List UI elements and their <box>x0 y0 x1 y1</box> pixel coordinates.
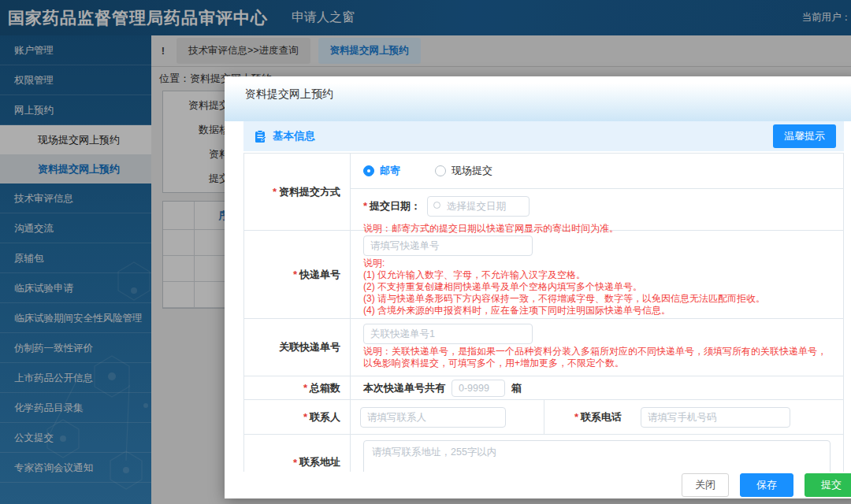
app-window: 国家药品监督管理局药品审评中心 申请人之窗 当前用户：80 账户管理 权限管理 … <box>0 0 851 504</box>
contact-address-input[interactable] <box>363 440 831 472</box>
warm-tip-button[interactable]: 温馨提示 <box>773 124 836 148</box>
submit-button[interactable]: 提交 <box>805 473 851 497</box>
radio-onsite[interactable]: 现场提交 <box>435 164 492 178</box>
boxes-suffix: 箱 <box>511 381 522 395</box>
contact-phone-input[interactable] <box>641 407 790 428</box>
field-label-submit-date: *提交日期： <box>363 199 421 213</box>
radio-selected-icon <box>363 165 374 176</box>
field-label-tracking-number: * 快递单号 <box>244 231 351 318</box>
save-button[interactable]: 保存 <box>740 473 793 497</box>
field-label-contact: * 联系人 <box>244 400 351 434</box>
clipboard-icon <box>255 130 266 143</box>
section-title: 基本信息 <box>273 129 315 143</box>
field-label-phone: * 联系电话 <box>544 400 631 434</box>
radio-mail[interactable]: 邮寄 <box>363 164 400 178</box>
tracking-number-notes: 说明: (1) 仅允许输入数字、字母，不允许输入汉字及空格。 (2) 不支持重复… <box>351 256 843 321</box>
boxes-prefix: 本次快递单号共有 <box>363 381 445 395</box>
total-boxes-input[interactable] <box>452 380 505 397</box>
form-area: * 资料提交方式 邮寄 现场提交 <box>243 153 844 472</box>
contact-name-input[interactable] <box>360 407 506 428</box>
field-label-submit-method: * 资料提交方式 <box>244 154 351 230</box>
dialog-title: 资料提交网上预约 <box>225 76 851 121</box>
close-button[interactable]: 关闭 <box>682 473 729 497</box>
dialog-body: 基本信息 温馨提示 * 资料提交方式 <box>225 121 851 472</box>
submit-date-input[interactable] <box>427 196 530 217</box>
tracking-number-input[interactable] <box>363 235 533 256</box>
field-label-address: * 联系地址 <box>244 435 351 472</box>
dialog-footer: 关闭 保存 提交 <box>225 472 851 498</box>
material-booking-dialog: 资料提交网上预约 基本信息 温馨提示 * <box>225 76 851 498</box>
field-label-related-tracking: 关联快递单号 <box>244 319 351 376</box>
basic-info-section-bar: 基本信息 温馨提示 <box>243 121 844 151</box>
related-tracking-input[interactable] <box>363 324 533 344</box>
related-tracking-note: 说明：关联快递单号，是指如果一个品种资料分装入多箱所对应的不同快递单号，须填写所… <box>351 344 843 374</box>
field-label-total-boxes: * 总箱数 <box>244 376 351 399</box>
radio-unselected-icon <box>435 165 446 176</box>
